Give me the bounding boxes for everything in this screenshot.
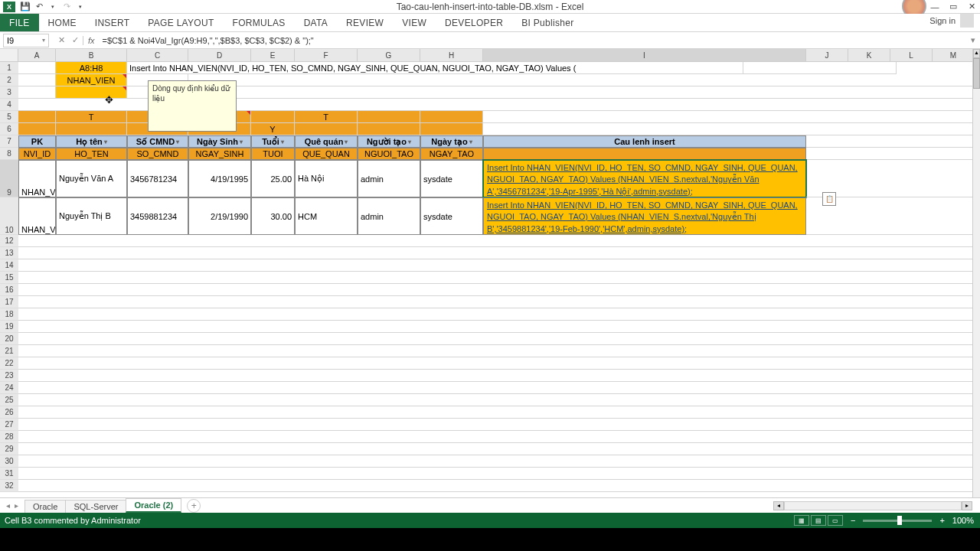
tab-data[interactable]: DATA (295, 14, 337, 31)
cell[interactable]: HCM (295, 197, 358, 235)
filter-icon[interactable]: ▾ (104, 139, 107, 145)
cell[interactable] (18, 357, 980, 370)
cell[interactable] (483, 123, 980, 135)
col-header[interactable]: I (483, 49, 806, 61)
sheet-tab-oracle2[interactable]: Oracle (2) (126, 498, 181, 513)
cell[interactable]: admin (358, 197, 420, 235)
th-ngaysinh[interactable]: Ngày Sinh▾ (188, 135, 251, 148)
col-header[interactable]: K (848, 49, 890, 61)
cell[interactable]: QUE_QUAN (295, 148, 358, 160)
cell-i9[interactable]: Insert Into NHAN_VIEN(NVI_ID, HO_TEN, SO… (483, 160, 806, 197)
cell-b1[interactable]: A8:H8 (56, 62, 127, 74)
tab-view[interactable]: VIEW (393, 14, 436, 31)
cell[interactable] (18, 284, 980, 296)
row-header[interactable]: 24 (0, 382, 18, 394)
cell-c1[interactable]: Insert Into NHAN_VIEN(NVI_ID, HO_TEN, SO… (127, 62, 743, 74)
row-header[interactable]: 17 (0, 296, 18, 308)
undo-dd-icon[interactable]: ▾ (46, 1, 60, 13)
name-box[interactable]: I9 ▾ (3, 34, 49, 47)
cell[interactable] (18, 480, 980, 492)
cell[interactable] (18, 406, 980, 419)
tab-file[interactable]: FILE (0, 14, 39, 31)
cell[interactable] (18, 333, 980, 345)
redo-icon[interactable]: ↷ (60, 1, 74, 13)
cell[interactable]: 3459881234 (127, 197, 188, 235)
row-header[interactable]: 1 (0, 62, 18, 74)
namebox-dropdown-icon[interactable]: ▾ (42, 37, 45, 44)
cell[interactable] (18, 308, 980, 321)
cell-e6[interactable]: Y (251, 123, 295, 135)
save-icon[interactable]: 💾 (18, 1, 32, 13)
cell[interactable]: 4/19/1995 (188, 160, 251, 197)
cell[interactable]: admin (358, 160, 420, 197)
col-header[interactable]: M (933, 49, 975, 61)
cell[interactable] (18, 123, 56, 135)
cell[interactable] (420, 123, 483, 135)
cell[interactable] (18, 431, 980, 443)
cell[interactable] (251, 111, 295, 123)
cell[interactable] (358, 111, 420, 123)
cell-i10[interactable]: Insert Into NHAN_VIEN(NVI_ID, HO_TEN, SO… (483, 197, 806, 235)
row-header[interactable]: 25 (0, 394, 18, 406)
filter-icon[interactable]: ▾ (469, 139, 472, 145)
paste-options-icon[interactable]: 📋 (822, 192, 836, 206)
tab-bi-publisher[interactable]: BI Publisher (512, 14, 583, 31)
cell[interactable] (806, 135, 980, 148)
cell[interactable] (18, 370, 980, 382)
filter-icon[interactable]: ▾ (240, 139, 243, 145)
row-header[interactable]: 18 (0, 308, 18, 321)
view-normal-icon[interactable]: ▦ (794, 515, 809, 526)
cell[interactable]: Hà Nội (295, 160, 358, 197)
cell[interactable]: NHAN_VI (18, 197, 56, 235)
spreadsheet-grid[interactable]: 1 2 3 4 5 6 7 8 9 10 12 13 14 15 16 17 1… (0, 49, 980, 497)
col-header[interactable]: L (890, 49, 933, 61)
sheet-tab-oracle[interactable]: Oracle (24, 500, 66, 513)
th-hoten[interactable]: Họ tên▾ (56, 135, 127, 148)
add-sheet-button[interactable]: + (187, 499, 201, 513)
cell[interactable]: sysdate (420, 197, 483, 235)
cell[interactable]: 3456781234 (127, 160, 188, 197)
filter-icon[interactable]: ▾ (281, 139, 284, 145)
cell[interactable] (18, 419, 980, 431)
cell[interactable] (18, 382, 980, 394)
th-cmnd[interactable]: Số CMND▾ (127, 135, 188, 148)
view-pagelayout-icon[interactable]: ▤ (811, 515, 826, 526)
cell[interactable]: 2/19/1990 (188, 197, 251, 235)
col-header[interactable]: C (127, 49, 188, 61)
row-header[interactable]: 21 (0, 345, 18, 357)
col-header[interactable]: H (420, 49, 483, 61)
tab-review[interactable]: REVIEW (337, 14, 393, 31)
row-header[interactable]: 12 (0, 235, 18, 247)
cell[interactable] (743, 62, 897, 74)
cell[interactable] (18, 259, 980, 272)
cell[interactable] (18, 455, 980, 468)
cell[interactable]: TUOI (251, 148, 295, 160)
row-header[interactable]: 10 (0, 197, 18, 235)
cell-b5[interactable]: T (56, 111, 127, 123)
zoom-slider[interactable] (863, 520, 932, 522)
cell[interactable]: 30.00 (251, 197, 295, 235)
cell[interactable] (188, 74, 980, 86)
row-header[interactable]: 9 (0, 160, 18, 197)
scroll-left-icon[interactable]: ◂ (773, 501, 784, 510)
view-pagebreak-icon[interactable]: ▭ (828, 515, 843, 526)
row-header[interactable]: 20 (0, 333, 18, 345)
cell[interactable]: SO_CMND (127, 148, 188, 160)
zoom-in-button[interactable]: + (939, 516, 944, 525)
scroll-track[interactable] (784, 501, 962, 510)
row-header[interactable]: 32 (0, 480, 18, 492)
cell[interactable] (18, 272, 980, 284)
th-tuoi[interactable]: Tuổi▾ (251, 135, 295, 148)
fx-icon[interactable]: fx (83, 36, 95, 45)
row-header[interactable]: 3 (0, 86, 18, 99)
cell[interactable] (483, 111, 980, 123)
row-header[interactable]: 22 (0, 357, 18, 370)
tab-page-layout[interactable]: PAGE LAYOUT (139, 14, 223, 31)
cell[interactable]: Nguyễn Thị B (56, 197, 127, 235)
cancel-formula-icon[interactable]: ✕ (55, 35, 67, 45)
cell[interactable] (56, 123, 127, 135)
row-header[interactable]: 4 (0, 99, 18, 111)
cell[interactable]: NHAN_VI (18, 160, 56, 197)
cell-f5[interactable]: T (295, 111, 358, 123)
row-header[interactable]: 14 (0, 259, 18, 272)
